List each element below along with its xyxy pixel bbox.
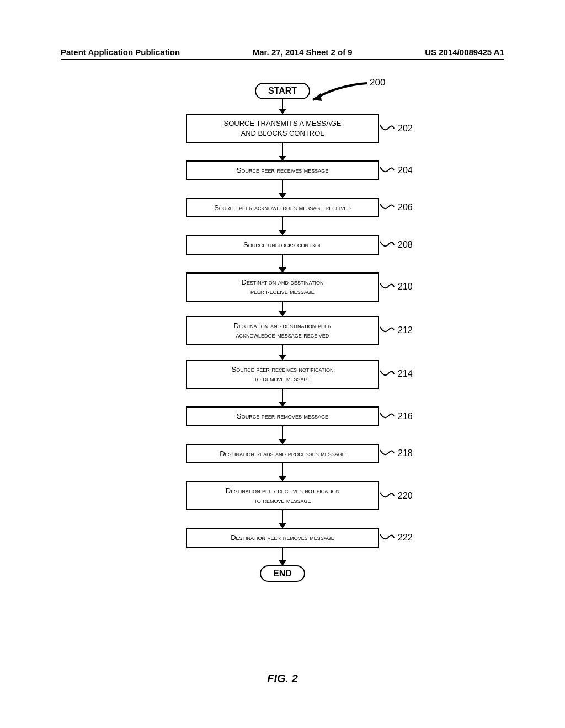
process-text: Destination and destination: [193, 277, 372, 287]
process-text: to remove message: [193, 496, 372, 506]
flow-arrow: [282, 99, 283, 114]
ref-number: 202: [398, 124, 413, 133]
flow-arrow: [282, 255, 283, 272]
flow-arrow: [282, 548, 283, 565]
ref-connector-icon: [379, 368, 395, 379]
terminal-end: END: [260, 565, 305, 582]
process-step: Destination and destination peer receive…: [186, 272, 379, 302]
header-center: Mar. 27, 2014 Sheet 2 of 9: [253, 47, 353, 57]
ref-number: 222: [398, 533, 413, 543]
process-box: Destination peer receives notification t…: [186, 481, 379, 510]
flow-arrow: [282, 217, 283, 235]
ref-connector-icon: [379, 325, 395, 336]
process-text: peer receive message: [193, 287, 372, 297]
terminal-start: START: [255, 83, 310, 99]
process-text: Destination and destination peer: [193, 321, 372, 331]
flow-arrow: [282, 463, 283, 481]
process-text: Source peer removes message: [193, 411, 372, 421]
ref-callout: 218: [379, 448, 413, 459]
ref-connector-icon: [379, 281, 395, 292]
ref-callout: 220: [379, 490, 413, 501]
ref-number: 210: [398, 282, 413, 292]
process-text: to remove message: [193, 374, 372, 384]
ref-callout: 222: [379, 532, 413, 543]
process-text: Source peer receives message: [193, 165, 372, 175]
ref-number: 206: [398, 202, 413, 212]
process-step: Source peer receives notification to rem…: [186, 360, 379, 389]
process-box: Source peer receives message: [186, 160, 379, 180]
process-box: Destination peer removes message: [186, 528, 379, 548]
process-text: Destination reads and processes message: [193, 449, 372, 459]
process-step: Destination and destination peer acknowl…: [186, 316, 379, 345]
figure-caption: FIG. 2: [0, 672, 565, 685]
ref-callout: 216: [379, 411, 413, 422]
process-text: Source peer receives notification: [193, 365, 372, 374]
ref-number: 204: [398, 165, 413, 175]
flow-arrow: [282, 143, 283, 160]
flow-arrow: [282, 345, 283, 360]
process-step: Source peer acknowledges message receive…: [186, 198, 379, 218]
ref-connector-icon: [379, 202, 395, 213]
ref-callout: 206: [379, 202, 413, 213]
ref-callout: 210: [379, 281, 413, 292]
ref-connector-icon: [379, 532, 395, 543]
process-step: Destination reads and processes message …: [186, 444, 379, 464]
ref-callout: 202: [379, 123, 413, 134]
ref-number: 208: [398, 240, 413, 250]
process-box: SOURCE TRANSMITS A MESSAGE AND BLOCKS CO…: [186, 114, 379, 143]
process-box: Source peer receives notification to rem…: [186, 360, 379, 389]
process-step: Source peer removes message 216: [186, 406, 379, 426]
process-text: Source unblocks control: [193, 240, 372, 250]
process-text: Destination peer receives notification: [193, 486, 372, 496]
flow-arrow: [282, 180, 283, 198]
process-text: AND BLOCKS CONTROL: [193, 129, 372, 138]
process-box: Destination and destination peer receive…: [186, 272, 379, 302]
ref-connector-icon: [379, 123, 395, 134]
ref-number: 220: [398, 491, 413, 501]
process-text: Destination peer removes message: [193, 533, 372, 543]
ref-number: 214: [398, 369, 413, 379]
process-step: Destination peer receives notification t…: [186, 481, 379, 510]
process-box: Source peer removes message: [186, 406, 379, 426]
ref-connector-icon: [379, 165, 395, 176]
process-step: Source peer receives message 204: [186, 160, 379, 180]
process-box: Destination and destination peer acknowl…: [186, 316, 379, 345]
flowchart: START SOURCE TRANSMITS A MESSAGE AND BLO…: [0, 83, 565, 582]
process-step: Destination peer removes message 222: [186, 528, 379, 548]
process-step: SOURCE TRANSMITS A MESSAGE AND BLOCKS CO…: [186, 114, 379, 143]
ref-number: 216: [398, 411, 413, 421]
ref-connector-icon: [379, 411, 395, 422]
process-step: Source unblocks control 208: [186, 235, 379, 255]
process-box: Source peer acknowledges message receive…: [186, 198, 379, 218]
flow-arrow: [282, 426, 283, 444]
flow-arrow: [282, 389, 283, 406]
ref-connector-icon: [379, 490, 395, 501]
ref-callout: 208: [379, 239, 413, 250]
ref-connector-icon: [379, 448, 395, 459]
process-text: Source peer acknowledges message receive…: [193, 203, 372, 213]
process-text: acknowledge message received: [193, 330, 372, 340]
process-text: SOURCE TRANSMITS A MESSAGE: [193, 119, 372, 129]
ref-callout: 214: [379, 368, 413, 379]
flow-arrow: [282, 302, 283, 316]
ref-connector-icon: [379, 239, 395, 250]
header-left: Patent Application Publication: [61, 47, 180, 57]
ref-number: 218: [398, 448, 413, 458]
flow-arrow: [282, 510, 283, 528]
process-box: Destination reads and processes message: [186, 444, 379, 464]
ref-callout: 212: [379, 325, 413, 336]
page-header: Patent Application Publication Mar. 27, …: [61, 47, 504, 60]
header-right: US 2014/0089425 A1: [425, 47, 504, 57]
ref-callout: 204: [379, 165, 413, 176]
ref-number: 212: [398, 325, 413, 335]
process-box: Source unblocks control: [186, 235, 379, 255]
